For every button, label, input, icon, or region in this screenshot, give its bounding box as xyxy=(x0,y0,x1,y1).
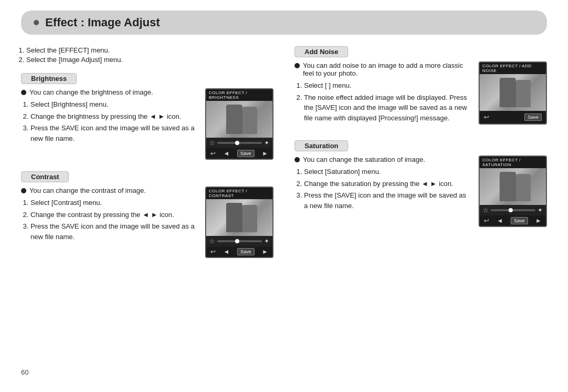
contrast-left-icon: ◄ xyxy=(224,248,230,255)
saturation-text: You can change the saturation of image. … xyxy=(295,156,471,212)
contrast-bullet-dot xyxy=(21,188,26,193)
contrast-label: Contrast xyxy=(21,171,69,182)
add-noise-footer: ↩ Save xyxy=(480,111,546,123)
intro-step-2: Select the [Image Adjust] menu. xyxy=(26,56,273,64)
contrast-screen-header: COLOR EFFECT / CONTRAST xyxy=(206,188,272,199)
brightness-bullet-text: You can change the brightness of image. xyxy=(29,88,153,96)
contrast-footer: ↩ ◄ Save ► xyxy=(206,246,272,257)
brightness-right-icon: ► xyxy=(262,150,268,157)
contrast-step-1: Select [Contrast] menu. xyxy=(31,198,198,208)
add-noise-screen-header: COLOR EFFECT / ADD NOISE xyxy=(480,63,546,74)
add-noise-bullet-text: You can add noise to an image to add a m… xyxy=(303,61,471,77)
brightness-left-icon: ◄ xyxy=(224,150,230,157)
brightness-slider-end: ✦ xyxy=(264,139,269,147)
contrast-save-label: Save xyxy=(237,248,255,255)
brightness-footer: ↩ ◄ Save ► xyxy=(206,148,272,159)
brightness-save-label: Save xyxy=(237,150,255,157)
saturation-slider-icon: ☆ xyxy=(483,207,489,214)
intro-steps: Select the [EFFECT] menu. Select the [Im… xyxy=(21,46,273,64)
page-number: 60 xyxy=(21,368,28,376)
saturation-step-1: Select [Saturation] menu. xyxy=(304,167,471,177)
contrast-text: You can change the contrast of image. Se… xyxy=(21,187,198,243)
saturation-slider-end: ✦ xyxy=(537,207,543,214)
brightness-slider-icon: ☆ xyxy=(209,139,215,147)
contrast-slider-icon: ☆ xyxy=(209,238,215,245)
brightness-steps: Select [Brightness] menu. Change the bri… xyxy=(21,99,198,143)
saturation-slider: ☆ ✦ xyxy=(480,205,546,215)
brightness-label: Brightness xyxy=(21,73,77,84)
add-noise-back-icon: ↩ xyxy=(484,114,489,121)
brightness-bullet-dot xyxy=(21,90,26,95)
brightness-section: Brightness You can change the brightness… xyxy=(21,73,273,160)
brightness-bullet: You can change the brightness of image. xyxy=(21,88,198,96)
brightness-step-1: Select [Brightness] menu. xyxy=(31,99,198,110)
contrast-steps: Select [Contrast] menu. Change the contr… xyxy=(21,198,198,242)
add-noise-photo xyxy=(480,74,546,111)
contrast-section: Contrast You can change the contrast of … xyxy=(21,171,273,258)
add-noise-screen-image xyxy=(480,74,546,111)
contrast-slider-end: ✦ xyxy=(264,238,269,245)
intro-step-1: Select the [EFFECT] menu. xyxy=(26,46,273,54)
saturation-footer: ↩ ◄ Save ► xyxy=(480,215,546,226)
left-column: Select the [EFFECT] menu. Select the [Im… xyxy=(21,46,273,270)
contrast-content: You can change the contrast of image. Se… xyxy=(21,187,273,258)
saturation-screen-header: COLOR EFFECT / SATURATION xyxy=(480,157,546,168)
saturation-save-label: Save xyxy=(511,217,528,224)
contrast-right-icon: ► xyxy=(262,248,268,255)
saturation-slider-bar xyxy=(491,209,535,211)
saturation-label: Saturation xyxy=(295,140,348,151)
saturation-photo xyxy=(480,168,546,205)
saturation-step-3: Press the [SAVE] icon and the image will… xyxy=(304,190,471,211)
contrast-screen-image xyxy=(206,199,272,236)
add-noise-bullet: You can add noise to an image to add a m… xyxy=(295,61,471,77)
right-column: Add Noise You can add noise to an image … xyxy=(295,46,547,270)
saturation-screen: COLOR EFFECT / SATURATION ☆ ✦ ↩ ◄ Save ► xyxy=(479,156,547,227)
saturation-bullet-dot xyxy=(295,157,300,162)
title-bar: Effect : Image Adjust xyxy=(21,11,547,35)
contrast-screen: COLOR EFFECT / CONTRAST ☆ ✦ ↩ ◄ Save ► xyxy=(205,187,273,258)
saturation-back-icon: ↩ xyxy=(484,217,489,224)
saturation-right-icon: ► xyxy=(535,217,542,224)
saturation-section: Saturation You can change the saturation… xyxy=(295,140,547,227)
saturation-screen-image xyxy=(480,168,546,205)
contrast-step-3: Press the SAVE icon and the image will b… xyxy=(31,221,198,242)
brightness-screen-header: COLOR EFFECT / BRIGHTNESS xyxy=(206,89,272,101)
add-noise-section: Add Noise You can add noise to an image … xyxy=(295,46,547,125)
contrast-bullet-text: You can change the contrast of image. xyxy=(29,187,146,194)
brightness-back-icon: ↩ xyxy=(210,150,216,157)
add-noise-step-1: Select [ ] menu. xyxy=(304,80,471,91)
contrast-photo xyxy=(206,199,272,236)
add-noise-save-label: Save xyxy=(524,114,542,121)
add-noise-content: You can add noise to an image to add a m… xyxy=(295,61,547,125)
brightness-slider: ☆ ✦ xyxy=(206,138,272,148)
saturation-steps: Select [Saturation] menu. Change the sat… xyxy=(295,167,471,211)
contrast-step-2: Change the contrast by pressing the ◄ ► … xyxy=(31,210,198,220)
page-title: Effect : Image Adjust xyxy=(45,16,160,29)
brightness-step-3: Press the SAVE icon and the image will b… xyxy=(31,123,198,143)
add-noise-text: You can add noise to an image to add a m… xyxy=(295,61,471,125)
add-noise-bullet-dot xyxy=(295,63,300,68)
add-noise-screen: COLOR EFFECT / ADD NOISE ↩ Save xyxy=(479,61,547,125)
saturation-step-2: Change the saturation by pressing the ◄ … xyxy=(304,179,471,189)
add-noise-step-2: The noise effect added image will be dis… xyxy=(304,92,471,123)
brightness-content: You can change the brightness of image. … xyxy=(21,88,273,160)
brightness-slider-bar xyxy=(217,142,262,144)
add-noise-steps: Select [ ] menu. The noise effect added … xyxy=(295,80,471,123)
saturation-content: You can change the saturation of image. … xyxy=(295,156,547,227)
brightness-screen: COLOR EFFECT / BRIGHTNESS ☆ ✦ ↩ ◄ Save ► xyxy=(205,88,273,160)
contrast-slider-bar xyxy=(217,240,262,242)
saturation-bullet-text: You can change the saturation of image. xyxy=(303,156,425,163)
saturation-bullet: You can change the saturation of image. xyxy=(295,156,471,163)
brightness-text: You can change the brightness of image. … xyxy=(21,88,198,145)
contrast-back-icon: ↩ xyxy=(210,248,216,255)
brightness-step-2: Change the brightness by pressing the ◄ … xyxy=(31,111,198,122)
saturation-left-icon: ◄ xyxy=(497,217,503,224)
contrast-slider: ☆ ✦ xyxy=(206,236,272,246)
brightness-photo xyxy=(206,101,272,138)
add-noise-label: Add Noise xyxy=(295,46,348,57)
contrast-bullet: You can change the contrast of image. xyxy=(21,187,198,194)
title-dot xyxy=(34,20,39,25)
brightness-screen-image xyxy=(206,101,272,138)
